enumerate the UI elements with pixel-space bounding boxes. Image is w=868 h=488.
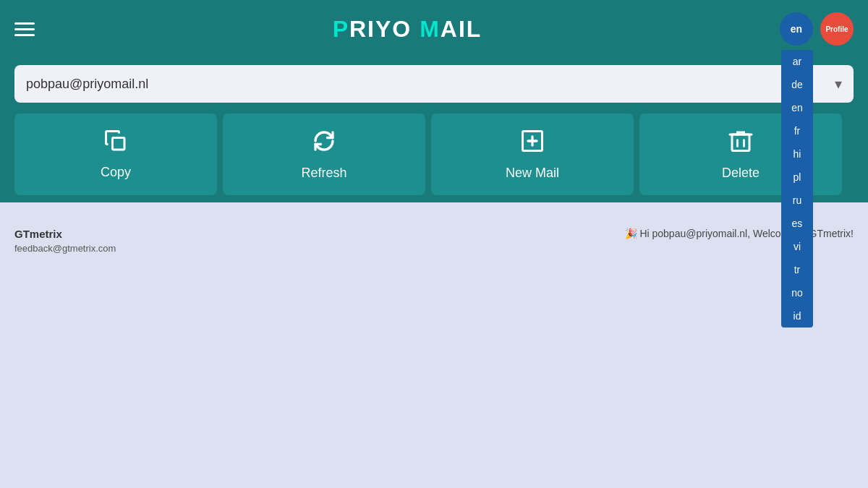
logo-ail: AIL (441, 16, 482, 42)
lang-option-en[interactable]: en (781, 96, 813, 119)
refresh-label: Refresh (301, 166, 346, 181)
logo-riyo: RIYO (349, 16, 420, 42)
copy-label: Copy (101, 165, 131, 180)
actions-bar: Copy Refresh New Mail (0, 114, 868, 202)
lang-option-ru[interactable]: ru (781, 189, 813, 212)
chevron-down-icon[interactable]: ▾ (835, 75, 842, 93)
header: PRIYO MAIL en Profile ar de en fr hi pl … (0, 0, 868, 58)
lang-option-hi[interactable]: hi (781, 142, 813, 166)
hamburger-menu[interactable] (14, 22, 35, 36)
logo-p: P (333, 16, 349, 42)
new-mail-button[interactable]: New Mail (431, 114, 634, 195)
new-mail-label: New Mail (506, 166, 559, 181)
delete-icon (728, 128, 754, 158)
header-right: en Profile ar de en fr hi pl ru es vi tr… (780, 12, 854, 46)
lang-option-tr[interactable]: tr (781, 258, 813, 281)
app-logo: PRIYO MAIL (333, 16, 482, 43)
mail-sender: GTmetrix (14, 228, 116, 240)
lang-option-id[interactable]: id (781, 304, 813, 328)
lang-option-es[interactable]: es (781, 212, 813, 235)
mail-from: feedback@gtmetrix.com (14, 243, 116, 254)
copy-button[interactable]: Copy (14, 114, 217, 195)
lang-option-vi[interactable]: vi (781, 235, 813, 258)
email-input-container[interactable]: pobpau@priyomail.nl ▾ (14, 65, 854, 103)
language-dropdown: ar de en fr hi pl ru es vi tr no id (781, 50, 813, 328)
logo-m: M (420, 16, 441, 42)
lang-option-fr[interactable]: fr (781, 119, 813, 142)
mail-item-left: GTmetrix feedback@gtmetrix.com (14, 228, 116, 254)
email-address: pobpau@priyomail.nl (26, 77, 148, 92)
email-bar: pobpau@priyomail.nl ▾ (0, 58, 868, 114)
lang-option-de[interactable]: de (781, 73, 813, 96)
lang-option-ar[interactable]: ar (781, 50, 813, 73)
mail-list: GTmetrix feedback@gtmetrix.com 🎉 Hi pobp… (0, 202, 868, 488)
refresh-button[interactable]: Refresh (223, 114, 425, 195)
language-button[interactable]: en (780, 12, 813, 46)
new-mail-icon (519, 128, 545, 158)
refresh-icon (311, 128, 337, 158)
lang-option-no[interactable]: no (781, 281, 813, 304)
mail-preview: 🎉 Hi pobpau@priyomail.nl, Welcome to GTm… (625, 228, 854, 239)
svg-rect-4 (732, 134, 749, 151)
lang-option-pl[interactable]: pl (781, 166, 813, 189)
copy-icon (103, 128, 129, 158)
delete-label: Delete (722, 166, 760, 181)
svg-rect-0 (113, 138, 125, 150)
mail-item[interactable]: GTmetrix feedback@gtmetrix.com 🎉 Hi pobp… (14, 217, 854, 265)
profile-button[interactable]: Profile (820, 12, 854, 46)
